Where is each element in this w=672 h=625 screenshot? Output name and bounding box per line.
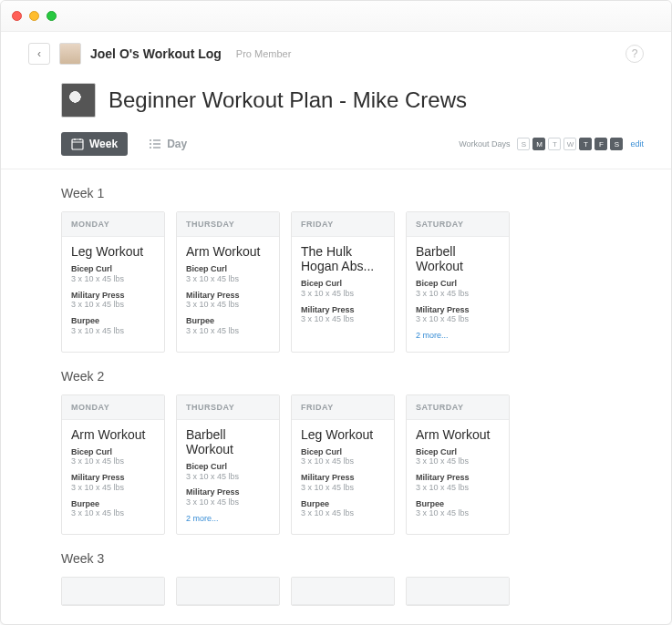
- card-day: [62, 578, 164, 605]
- card-body: Barbell WorkoutBicep Curl3 x 10 x 45 lbs…: [407, 237, 509, 349]
- window-minimize-icon[interactable]: [29, 11, 39, 21]
- exercise-sets: 3 x 10 x 45 lbs: [71, 456, 155, 467]
- card-day: THURSDAY: [177, 212, 279, 237]
- workout-title: Leg Workout: [301, 427, 385, 442]
- workout-card[interactable]: FRIDAYThe Hulk Hogan Abs...Bicep Curl3 x…: [291, 211, 395, 353]
- day-pill-0[interactable]: S: [517, 138, 530, 150]
- exercise-item: Burpee3 x 10 x 45 lbs: [71, 316, 155, 336]
- exercise-sets: 3 x 10 x 45 lbs: [71, 300, 155, 311]
- svg-rect-0: [72, 139, 83, 149]
- exercise-name: Military Press: [186, 291, 270, 301]
- exercise-item: Military Press3 x 10 x 45 lbs: [416, 305, 500, 325]
- exercise-name: Bicep Curl: [186, 462, 270, 472]
- exercise-sets: 3 x 10 x 45 lbs: [71, 326, 155, 337]
- workout-card[interactable]: [61, 577, 165, 606]
- exercise-name: Military Press: [71, 291, 155, 301]
- day-pill-5[interactable]: F: [594, 138, 607, 150]
- exercise-name: Burpee: [71, 499, 155, 509]
- workout-card[interactable]: MONDAYLeg WorkoutBicep Curl3 x 10 x 45 l…: [61, 211, 165, 353]
- exercise-sets: 3 x 10 x 45 lbs: [416, 289, 500, 300]
- cards-row: MONDAYArm WorkoutBicep Curl3 x 10 x 45 l…: [61, 394, 644, 536]
- exercise-item: Military Press3 x 10 x 45 lbs: [71, 291, 155, 311]
- exercise-item: Burpee3 x 10 x 45 lbs: [71, 499, 155, 519]
- view-day-button[interactable]: Day: [139, 132, 197, 156]
- exercise-sets: 3 x 10 x 45 lbs: [71, 483, 155, 494]
- exercise-sets: 3 x 10 x 45 lbs: [416, 508, 500, 519]
- exercise-name: Military Press: [416, 473, 500, 483]
- more-link[interactable]: 2 more...: [186, 514, 270, 523]
- card-body: Barbell WorkoutBicep Curl3 x 10 x 45 lbs…: [177, 420, 279, 532]
- exercise-item: Burpee3 x 10 x 45 lbs: [416, 499, 500, 519]
- exercise-name: Burpee: [416, 499, 500, 509]
- back-button[interactable]: ‹: [28, 43, 50, 65]
- card-day: [177, 578, 279, 605]
- card-day: [292, 578, 394, 605]
- exercise-sets: 3 x 10 x 45 lbs: [301, 314, 385, 325]
- exercise-item: Bicep Curl3 x 10 x 45 lbs: [71, 264, 155, 284]
- workout-card[interactable]: THURSDAYBarbell WorkoutBicep Curl3 x 10 …: [176, 394, 280, 536]
- view-week-label: Week: [89, 138, 118, 150]
- view-week-button[interactable]: Week: [61, 132, 128, 156]
- exercise-name: Bicep Curl: [71, 264, 155, 274]
- workout-card[interactable]: SATURDAYBarbell WorkoutBicep Curl3 x 10 …: [406, 211, 510, 353]
- svg-point-6: [150, 147, 151, 149]
- day-pill-6[interactable]: S: [610, 138, 623, 150]
- exercise-name: Bicep Curl: [186, 264, 270, 274]
- exercise-name: Military Press: [186, 487, 270, 497]
- exercise-name: Bicep Curl: [416, 279, 500, 289]
- weeks-scroll[interactable]: Week 1MONDAYLeg WorkoutBicep Curl3 x 10 …: [1, 169, 671, 624]
- exercise-item: Military Press3 x 10 x 45 lbs: [301, 305, 385, 325]
- exercise-sets: 3 x 10 x 45 lbs: [186, 274, 270, 285]
- card-day: MONDAY: [62, 212, 164, 237]
- exercise-name: Burpee: [71, 316, 155, 326]
- svg-point-5: [150, 143, 151, 145]
- view-day-label: Day: [167, 138, 187, 150]
- week-block: Week 2MONDAYArm WorkoutBicep Curl3 x 10 …: [1, 353, 671, 536]
- exercise-item: Military Press3 x 10 x 45 lbs: [416, 473, 500, 493]
- card-day: FRIDAY: [292, 212, 394, 237]
- help-icon: ?: [632, 47, 638, 60]
- workout-card[interactable]: [291, 577, 395, 606]
- chevron-left-icon: ‹: [37, 47, 41, 60]
- svg-point-4: [150, 139, 151, 141]
- exercise-sets: 3 x 10 x 45 lbs: [186, 300, 270, 311]
- workout-card[interactable]: FRIDAYLeg WorkoutBicep Curl3 x 10 x 45 l…: [291, 394, 395, 536]
- workout-title: The Hulk Hogan Abs...: [301, 244, 385, 273]
- exercise-name: Burpee: [186, 316, 270, 326]
- day-pills: SMTWTFS: [517, 138, 623, 150]
- day-pill-1[interactable]: M: [532, 138, 545, 150]
- app-window: ‹ Joel O's Workout Log Pro Member ? Begi…: [0, 0, 672, 625]
- member-badge: Pro Member: [236, 48, 292, 59]
- card-body: Leg WorkoutBicep Curl3 x 10 x 45 lbsMili…: [62, 237, 164, 352]
- day-pill-4[interactable]: T: [579, 138, 592, 150]
- workout-days-label: Workout Days: [459, 139, 510, 149]
- window-zoom-icon[interactable]: [47, 11, 57, 21]
- exercise-sets: 3 x 10 x 45 lbs: [416, 456, 500, 467]
- week-block: Week 1MONDAYLeg WorkoutBicep Curl3 x 10 …: [1, 169, 671, 353]
- card-day: [407, 578, 509, 605]
- window-titlebar: [1, 1, 671, 32]
- exercise-item: Burpee3 x 10 x 45 lbs: [186, 316, 270, 336]
- edit-days-link[interactable]: edit: [630, 139, 644, 149]
- card-body: Leg WorkoutBicep Curl3 x 10 x 45 lbsMili…: [292, 420, 394, 535]
- workout-card[interactable]: THURSDAYArm WorkoutBicep Curl3 x 10 x 45…: [176, 211, 280, 353]
- help-button[interactable]: ?: [625, 45, 644, 63]
- exercise-sets: 3 x 10 x 45 lbs: [71, 508, 155, 519]
- exercise-item: Military Press3 x 10 x 45 lbs: [301, 473, 385, 493]
- workout-card[interactable]: MONDAYArm WorkoutBicep Curl3 x 10 x 45 l…: [61, 394, 165, 536]
- header-bar: ‹ Joel O's Workout Log Pro Member ?: [1, 32, 671, 70]
- more-link[interactable]: 2 more...: [416, 331, 500, 340]
- workout-title: Leg Workout: [71, 244, 155, 259]
- svg-rect-7: [153, 139, 160, 140]
- workout-card[interactable]: [406, 577, 510, 606]
- exercise-name: Bicep Curl: [301, 447, 385, 457]
- workout-title: Barbell Workout: [416, 244, 500, 273]
- window-close-icon[interactable]: [12, 11, 22, 21]
- user-avatar[interactable]: [59, 43, 81, 65]
- card-day: MONDAY: [62, 395, 164, 420]
- day-pill-3[interactable]: W: [563, 138, 576, 150]
- workout-card[interactable]: [176, 577, 280, 606]
- workout-card[interactable]: SATURDAYArm WorkoutBicep Curl3 x 10 x 45…: [406, 394, 510, 536]
- day-pill-2[interactable]: T: [548, 138, 561, 150]
- exercise-item: Bicep Curl3 x 10 x 45 lbs: [416, 447, 500, 467]
